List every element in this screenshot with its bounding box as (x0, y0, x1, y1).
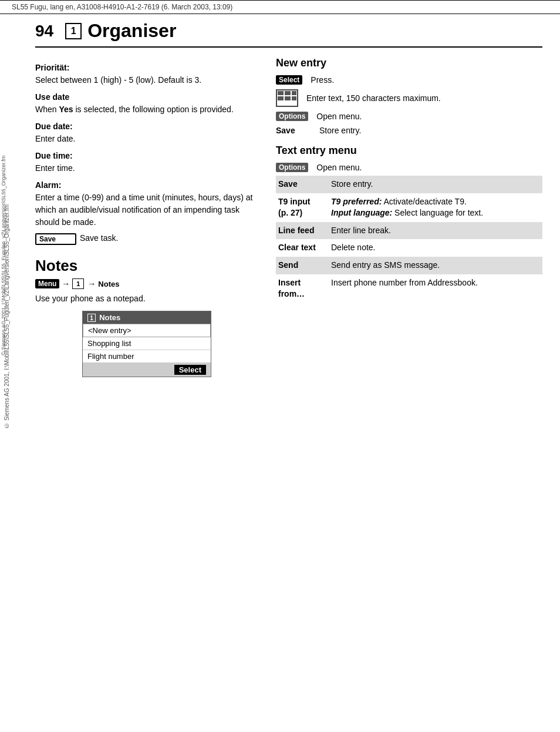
phone-select-row: Select (83, 363, 211, 377)
phone-new-entry-text: <New entry> (88, 326, 131, 335)
keyboard-svg (277, 90, 297, 106)
table-cell-desc: T9 preferred: Activate/deactivate T9. In… (329, 193, 542, 222)
new-entry-save-label: Save (276, 126, 311, 135)
nav-desc: Use your phone as a notepad. (35, 293, 258, 305)
nav-arrow2: → (87, 279, 96, 288)
save-btn[interactable]: Save (35, 233, 76, 245)
phone-item-flight-text: Flight number (87, 352, 134, 361)
phone-item-flight: Flight number (83, 350, 211, 363)
options-desc: Open menu. (316, 112, 362, 121)
nav-arrow1: → (62, 279, 70, 288)
notes-heading: Notes (35, 257, 258, 275)
table-cell-desc: Insert phone number from Addressbook. (329, 274, 542, 303)
table-cell-desc: Delete note. (329, 239, 542, 257)
table-cell-desc: Enter line break. (329, 222, 542, 240)
due-date-text: Enter date. (35, 133, 258, 145)
yes-highlight: Yes (59, 105, 73, 114)
page-number: 94 (35, 22, 53, 41)
header-bar: SL55 Fugu, lang en, A31008-H4910-A1-2-76… (0, 0, 560, 14)
save-task-row: Save Save task. (35, 233, 258, 245)
table-cell-label: Clear text (276, 239, 329, 257)
page-title: Organiser (87, 20, 176, 42)
new-entry-select-btn[interactable]: Select (276, 75, 302, 85)
nav-line: Menu → 1 → Notes (35, 278, 258, 289)
use-date-text2: is selected, the following option is pro… (76, 105, 234, 114)
use-date-text: When Yes is selected, the following opti… (35, 103, 258, 116)
text-options-row: Options Open menu. (276, 163, 542, 172)
due-time-label: Due time: (35, 151, 258, 160)
alarm-label: Alarm: (35, 180, 258, 190)
content-area: Priorität: Select between 1 (high) - 5 (… (35, 57, 542, 383)
text-options-btn[interactable]: Options (276, 163, 308, 172)
table-row: Save Store entry. (276, 176, 542, 193)
phone-header: 1 Notes (83, 311, 211, 324)
table-row: T9 input(p. 27) T9 preferred: Activate/d… (276, 193, 542, 222)
table-cell-label: Send (276, 257, 329, 274)
new-entry-heading: New entry (276, 57, 542, 69)
input-lang-label: Input language: (331, 208, 392, 217)
table-cell-desc: Send entry as SMS message. (329, 257, 542, 274)
priority-text: Select between 1 (high) - 5 (low). Defau… (35, 74, 258, 86)
new-entry-save-desc: Store entry. (319, 126, 361, 135)
phone-select-btn[interactable]: Select (174, 365, 206, 375)
table-cell-label: Insert from… (276, 274, 329, 303)
use-date-label: Use date (35, 92, 258, 102)
right-column: New entry Select Press. (276, 57, 542, 383)
svg-rect-5 (292, 96, 296, 100)
copyright-text-span: © Siemens AG 2001, I:\Mobil\L55\SL55_Fug… (1, 156, 6, 355)
svg-rect-4 (292, 91, 296, 95)
table-cell-label: T9 input(p. 27) (276, 193, 329, 222)
page-icon: 1 (65, 23, 82, 39)
new-entry-save-row: Save Store entry. (276, 126, 542, 135)
svg-rect-1 (285, 91, 291, 95)
alarm-text: Enter a time (0-99) and a time unit (min… (35, 192, 258, 229)
phone-screen: 1 Notes <New entry> Shopping list Flight… (82, 311, 211, 377)
text-options-desc: Open menu. (316, 163, 362, 172)
table-cell-label: Line feed (276, 222, 329, 240)
table-row: Line feed Enter line break. (276, 222, 542, 240)
text-entry-heading: Text entry menu (276, 145, 542, 157)
options-btn[interactable]: Options (276, 112, 308, 121)
options-row: Options Open menu. (276, 112, 542, 121)
menu-nav-btn[interactable]: Menu (35, 279, 59, 288)
svg-rect-2 (278, 96, 284, 100)
phone-item-shopping-text: Shopping list (87, 339, 131, 348)
svg-rect-0 (278, 91, 284, 95)
copyright-container: © Siemens AG 2001, I:\Mobil\L55\SL55_Fug… (1, 156, 6, 355)
left-column: Priorität: Select between 1 (high) - 5 (… (35, 57, 258, 383)
new-entry-select-desc: Press. (311, 75, 334, 85)
table-row: Clear text Delete note. (276, 239, 542, 257)
kbd-desc: Enter text, 150 characters maximum. (306, 93, 441, 103)
save-task-text: Save task. (80, 233, 118, 243)
table-row: Send Send entry as SMS message. (276, 257, 542, 274)
page-title-row: 94 1 Organiser (35, 20, 542, 48)
phone-header-label: Notes (99, 313, 120, 322)
due-date-label: Due date: (35, 122, 258, 131)
phone-new-entry[interactable]: <New entry> (83, 324, 211, 337)
kbd-row: Enter text, 150 characters maximum. (276, 89, 542, 107)
new-entry-select-row: Select Press. (276, 75, 542, 85)
table-row: Insert from… Insert phone number from Ad… (276, 274, 542, 303)
priority-label: Priorität: (35, 63, 258, 72)
table-cell-label: Save (276, 176, 329, 193)
kbd-icon (276, 89, 298, 107)
phone-header-icon: 1 (87, 314, 96, 322)
due-time-text: Enter time. (35, 162, 258, 174)
phone-item-shopping: Shopping list (83, 337, 211, 350)
table-cell-desc: Store entry. (329, 176, 542, 193)
text-entry-table: Save Store entry. T9 input(p. 27) T9 pre… (276, 176, 542, 303)
nav-notes-label: Notes (98, 280, 119, 288)
svg-rect-3 (285, 96, 291, 100)
t9-preferred-label: T9 preferred: (331, 197, 382, 206)
header-text: SL55 Fugu, lang en, A31008-H4910-A1-2-76… (12, 3, 232, 11)
nav-icon: 1 (72, 278, 84, 289)
